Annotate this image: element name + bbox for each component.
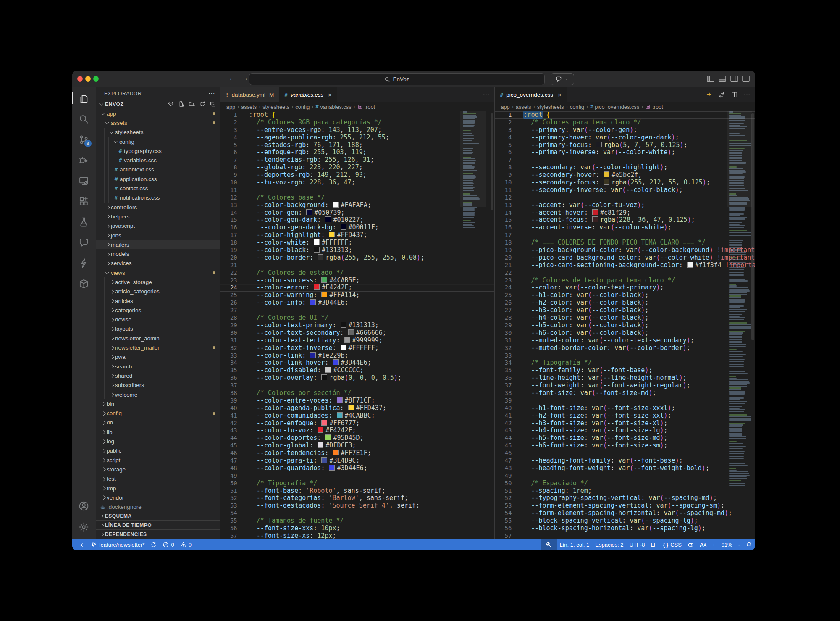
breadcrumb-item[interactable]: :root	[357, 104, 375, 110]
breadcrumb-item[interactable]: #pico_overrides.css	[590, 104, 639, 110]
breadcrumb-item[interactable]: config	[295, 104, 310, 110]
more-icon[interactable]	[483, 91, 490, 99]
tree-folder-db[interactable]: db	[96, 418, 220, 427]
activity-source-control-icon[interactable]: 4	[76, 131, 92, 148]
more-actions-icon[interactable]: ⋯	[208, 89, 215, 97]
sidebar-section-dependencies[interactable]: DEPENDENCIES	[96, 529, 220, 539]
status-bell[interactable]	[743, 539, 755, 550]
tree-folder-views[interactable]: views	[96, 268, 220, 277]
history-forward-button[interactable]: →	[242, 74, 249, 82]
tree-folder-active_storage[interactable]: active_storage	[96, 277, 220, 287]
tree-folder-services[interactable]: services	[96, 259, 220, 268]
tree-folder-script[interactable]: script	[96, 455, 220, 465]
activity-search-icon[interactable]	[76, 111, 92, 127]
breadcrumb-item[interactable]: :root	[645, 104, 663, 110]
tree-file-contact.css[interactable]: #contact.css	[96, 184, 220, 193]
tree-folder-devise[interactable]: devise	[96, 315, 220, 324]
tree-folder-newsletter_mailer[interactable]: newsletter_mailer	[96, 343, 220, 352]
tree-folder-categories[interactable]: categories	[96, 305, 220, 315]
tree-folder-bin[interactable]: bin	[96, 399, 220, 408]
tree-folder-app[interactable]: app	[96, 109, 220, 118]
tree-folder-articles[interactable]: articles	[96, 296, 220, 305]
status-91%[interactable]: 91%	[719, 539, 735, 550]
close-window-button[interactable]	[77, 76, 83, 82]
status-zoom-in[interactable]	[541, 539, 557, 550]
scrollbar[interactable]	[751, 113, 754, 340]
activity-chat-icon[interactable]	[76, 234, 92, 251]
code-editor-variables-css[interactable]: 1:root {2 /* Colores RGB para categorías…	[220, 111, 495, 539]
breadcrumb-item[interactable]: stylesheets	[537, 104, 564, 110]
tree-folder-article_categories[interactable]: article_categories	[96, 287, 220, 296]
layout-sidebar-left-icon[interactable]	[706, 74, 715, 83]
copilot-menu-button[interactable]	[551, 73, 574, 85]
status-0[interactable]: 0	[177, 539, 194, 550]
new-folder-icon[interactable]	[189, 101, 195, 108]
breadcrumb-item[interactable]: #variables.css	[315, 104, 351, 110]
tree-folder-mailers[interactable]: mailers	[96, 240, 220, 249]
code-editor-pico-overrides-css[interactable]: 1:root {2 /* Colores para tema claro */3…	[495, 111, 755, 539]
tree-folder-welcome[interactable]: welcome	[96, 390, 220, 399]
tree-folder-lib[interactable]: lib	[96, 427, 220, 437]
split-icon[interactable]	[731, 91, 738, 99]
status-feature-newsletter-[interactable]: feature/newsletter*	[88, 539, 147, 550]
tree-file-application.css[interactable]: #application.css	[96, 174, 220, 184]
close-icon[interactable]: ×	[328, 91, 332, 98]
activity-extensions-icon[interactable]	[76, 193, 92, 210]
refresh-icon[interactable]	[199, 101, 206, 108]
minimap-viewport[interactable]	[727, 111, 752, 207]
tree-folder-pwa[interactable]: pwa	[96, 353, 220, 362]
minimap-viewport[interactable]	[460, 111, 486, 207]
breadcrumb-item[interactable]: stylesheets	[262, 104, 289, 110]
tree-folder-shared[interactable]: shared	[96, 371, 220, 380]
layout-customize-icon[interactable]	[742, 74, 750, 83]
tree-folder-layouts[interactable]: layouts	[96, 324, 220, 334]
activity-run-debug-icon[interactable]	[76, 152, 92, 168]
close-icon[interactable]: ×	[558, 91, 562, 98]
tree-folder-jobs[interactable]: jobs	[96, 231, 220, 240]
status-l-n-1-col-1[interactable]: Lín. 1, col. 1	[557, 539, 593, 550]
activity-thunder-icon[interactable]	[76, 255, 92, 271]
project-section-header[interactable]: ENVOZ	[96, 100, 220, 109]
scrollbar[interactable]	[491, 113, 494, 210]
minimize-window-button[interactable]	[85, 76, 91, 82]
status-remote[interactable]	[76, 539, 88, 550]
tab-variables.css[interactable]: #variables.css×	[279, 87, 337, 102]
tree-folder-subscribers[interactable]: subscribers	[96, 381, 220, 390]
command-center-search[interactable]: EnVoz	[249, 73, 545, 85]
activity-remote-explorer-icon[interactable]	[76, 172, 92, 189]
compare-icon[interactable]	[718, 91, 726, 99]
history-back-button[interactable]: ←	[228, 74, 236, 82]
layout-panel-icon[interactable]	[718, 74, 727, 83]
breadcrumb-item[interactable]: config	[570, 104, 584, 110]
gem-icon[interactable]	[168, 101, 174, 108]
tab-database.yml[interactable]: !database.ymlM	[220, 87, 279, 102]
breadcrumb-item[interactable]: assets	[241, 104, 257, 110]
tree-folder-models[interactable]: models	[96, 249, 220, 258]
tree-file-variables.css[interactable]: #variables.css	[96, 155, 220, 165]
tree-file-notifications.css[interactable]: #notifications.css	[96, 193, 220, 203]
tree-folder-vendor[interactable]: vendor	[96, 493, 220, 502]
tree-file-actiontext.css[interactable]: #actiontext.css	[96, 165, 220, 174]
collapse-all-icon[interactable]	[210, 101, 216, 108]
status-espacios-2[interactable]: Espacios: 2	[592, 539, 626, 550]
tree-folder-config[interactable]: config	[96, 137, 220, 146]
status--[interactable]: -	[735, 539, 743, 550]
tree-folder-javascript[interactable]: javascript	[96, 221, 220, 231]
activity-explorer-icon[interactable]	[76, 90, 92, 107]
tree-folder-stylesheets[interactable]: stylesheets	[96, 128, 220, 137]
tree-folder-search[interactable]: search	[96, 362, 220, 371]
activity-testing-icon[interactable]	[76, 213, 92, 230]
tree-folder-config[interactable]: config	[96, 409, 220, 418]
tree-folder-public[interactable]: public	[96, 446, 220, 455]
sidebar-section-esquema[interactable]: ESQUEMA	[96, 511, 220, 520]
minimap[interactable]	[460, 111, 486, 539]
tree-folder-assets[interactable]: assets	[96, 118, 220, 127]
breadcrumb-item[interactable]: app	[501, 104, 509, 110]
activity-account-icon[interactable]	[76, 497, 92, 514]
status-text-size[interactable]: AA	[697, 539, 709, 550]
tree-folder-tmp[interactable]: tmp	[96, 484, 220, 493]
status-utf-8[interactable]: UTF-8	[627, 539, 648, 550]
layout-sidebar-right-icon[interactable]	[730, 74, 738, 83]
activity-package-icon[interactable]	[76, 275, 92, 292]
tree-folder-newsletter_admin[interactable]: newsletter_admin	[96, 334, 220, 343]
